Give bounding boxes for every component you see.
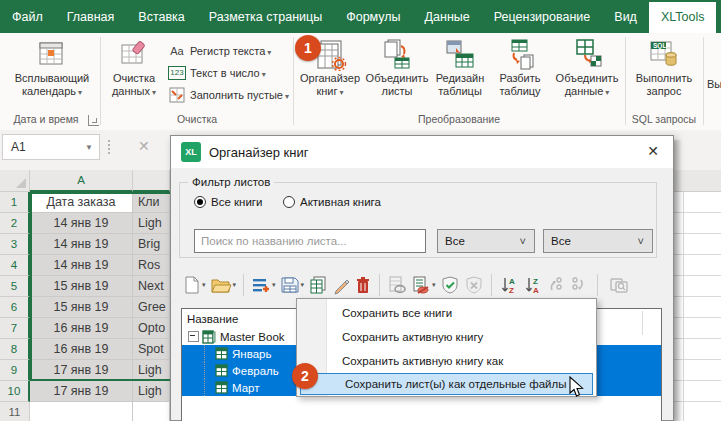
tab-home[interactable]: Главная: [55, 2, 127, 33]
cell-b10[interactable]: Ligh: [133, 381, 170, 402]
cell-b7[interactable]: Opto: [133, 318, 170, 339]
fill-empty-button[interactable]: Заполнить пустые: [168, 84, 289, 105]
fill-empty-icon: [168, 87, 186, 103]
split-table-label1: Разбить: [499, 72, 540, 85]
run-query-button[interactable]: SQL Выполнить запрос: [628, 36, 700, 112]
dialog-titlebar[interactable]: XL Органайзер книг ✕: [171, 136, 673, 168]
popup-calendar-button[interactable]: Всплывающий календарь: [8, 36, 96, 112]
delete-sheet-button[interactable]: [352, 272, 374, 298]
cell-b5[interactable]: Next: [133, 276, 170, 297]
tab-view[interactable]: Вид: [602, 2, 649, 33]
row-header-2[interactable]: 2: [0, 213, 30, 234]
menu-item-save-active[interactable]: Сохранить активную книгу: [298, 325, 595, 349]
rename-sheet-button[interactable]: [330, 272, 352, 298]
tree-row-label: Master Book: [220, 331, 285, 343]
eraser-grid-icon: [119, 36, 149, 72]
menu-item-save-active-as[interactable]: Сохранить активную книгу как: [298, 349, 595, 373]
name-box-dropdown-icon[interactable]: ▼: [85, 143, 93, 152]
open-workbook-button[interactable]: ▾: [208, 272, 239, 298]
hide-sheet-button[interactable]: ▾: [409, 272, 438, 298]
split-table-button[interactable]: Разбить таблицу: [490, 36, 550, 112]
shield-x-button[interactable]: [462, 272, 486, 298]
move-order-up-button[interactable]: [545, 272, 567, 298]
tree-row-label: Март: [232, 382, 260, 394]
partial-right-button[interactable]: Вы: [707, 73, 721, 94]
tab-formulas[interactable]: Формулы: [334, 2, 412, 33]
text-to-number-label: Текст в число: [190, 67, 266, 79]
cell-b6[interactable]: Gree: [133, 297, 170, 318]
dialog-launcher-icon[interactable]: [88, 115, 99, 126]
menu-item-save-all[interactable]: Сохранить все книги: [298, 301, 595, 325]
text-to-number-button[interactable]: 123 Текст в число: [168, 62, 266, 83]
merge-data-button[interactable]: Объединить данные: [552, 36, 622, 112]
merge-sheets-button[interactable]: Объединить листы: [364, 36, 430, 112]
data-cleaning-button[interactable]: Очистка данных: [104, 36, 164, 112]
cell-b9[interactable]: Ligh: [133, 360, 170, 381]
tab-xltools[interactable]: XLTools: [649, 2, 717, 33]
row-header-7[interactable]: 7: [0, 318, 30, 339]
sort-desc-button[interactable]: ZA: [521, 272, 545, 298]
column-header-b[interactable]: [133, 170, 170, 192]
redesign-table-button[interactable]: Редизайн таблицы: [430, 36, 490, 112]
copy-sheet-button[interactable]: [306, 272, 330, 298]
column-header-a[interactable]: A: [30, 170, 133, 192]
partial-right-label: Вы: [707, 78, 721, 90]
name-box[interactable]: A1 ▼: [2, 134, 100, 160]
sort-asc-button[interactable]: AZ: [497, 272, 521, 298]
split-table-icon: [504, 36, 536, 72]
cell-b2[interactable]: Ligh: [133, 213, 170, 234]
cell-b4[interactable]: Ros: [133, 255, 170, 276]
select-all-corner[interactable]: [0, 170, 30, 192]
cell-b3[interactable]: Brig: [133, 234, 170, 255]
formula-bar-splitter[interactable]: [108, 140, 113, 154]
row-header-10[interactable]: 10: [0, 381, 30, 402]
dialog-close-button[interactable]: ✕: [647, 143, 659, 159]
row-header-1[interactable]: 1: [0, 192, 30, 213]
row-header-4[interactable]: 4: [0, 255, 30, 276]
protect-sheet-button[interactable]: [385, 272, 409, 298]
cell-b8[interactable]: Spot: [133, 339, 170, 360]
cell-b1[interactable]: Кли: [133, 192, 170, 213]
filter-combo-1[interactable]: Все: [437, 229, 535, 253]
cell-b11[interactable]: [133, 402, 170, 421]
tab-file[interactable]: Файл: [0, 2, 55, 33]
organizer-toolbar: ▾ ▾ ▾ ▾: [181, 270, 632, 300]
tab-data[interactable]: Данные: [413, 2, 482, 33]
cell-a3[interactable]: 14 янв 19: [30, 234, 133, 255]
radio-all-workbooks[interactable]: Все книги: [194, 196, 262, 208]
cell-a10[interactable]: 17 янв 19: [30, 381, 133, 402]
tab-page-layout[interactable]: Разметка страницы: [197, 2, 334, 33]
text-case-button[interactable]: Aa Регистр текста: [168, 40, 271, 61]
tree-collapse-icon[interactable]: [188, 331, 199, 342]
copy-sheet-icon: [308, 275, 328, 295]
tab-insert[interactable]: Вставка: [126, 2, 196, 33]
sheet-search-input[interactable]: Поиск по названию листа...: [194, 229, 426, 253]
cell-a8[interactable]: 16 янв 19: [30, 339, 133, 360]
row-header-8[interactable]: 8: [0, 339, 30, 360]
row-header-6[interactable]: 6: [0, 297, 30, 318]
new-workbook-button[interactable]: ▾: [181, 272, 208, 298]
cell-a5[interactable]: 15 янв 19: [30, 276, 133, 297]
cell-a4[interactable]: 14 янв 19: [30, 255, 133, 276]
preview-button[interactable]: [606, 272, 632, 298]
cell-a11[interactable]: [30, 402, 133, 421]
row-header-3[interactable]: 3: [0, 234, 30, 255]
cell-a1[interactable]: Дата заказа: [30, 192, 133, 213]
filter-combo-2[interactable]: Все: [543, 229, 653, 253]
tab-review[interactable]: Рецензирование: [482, 2, 603, 33]
shield-check-button[interactable]: [438, 272, 462, 298]
cell-a6[interactable]: 15 янв 19: [30, 297, 133, 318]
row-header-9[interactable]: 9: [0, 360, 30, 381]
add-sheets-button[interactable]: ▾: [249, 272, 278, 298]
cell-a7[interactable]: 16 янв 19: [30, 318, 133, 339]
save-button[interactable]: ▾: [278, 272, 307, 298]
shield-x-icon: [464, 275, 484, 295]
move-order-down-button[interactable]: [567, 272, 589, 298]
row-header-11[interactable]: 11: [0, 402, 30, 421]
menu-item-save-sheets-as-files[interactable]: Сохранить лист(ы) как отдельные файлы: [300, 373, 593, 395]
radio-active-workbook[interactable]: Активная книга: [283, 196, 381, 208]
row-header-5[interactable]: 5: [0, 276, 30, 297]
cell-a9[interactable]: 17 янв 19: [30, 360, 133, 381]
save-icon: [280, 275, 300, 295]
cell-a2[interactable]: 14 янв 19: [30, 213, 133, 234]
